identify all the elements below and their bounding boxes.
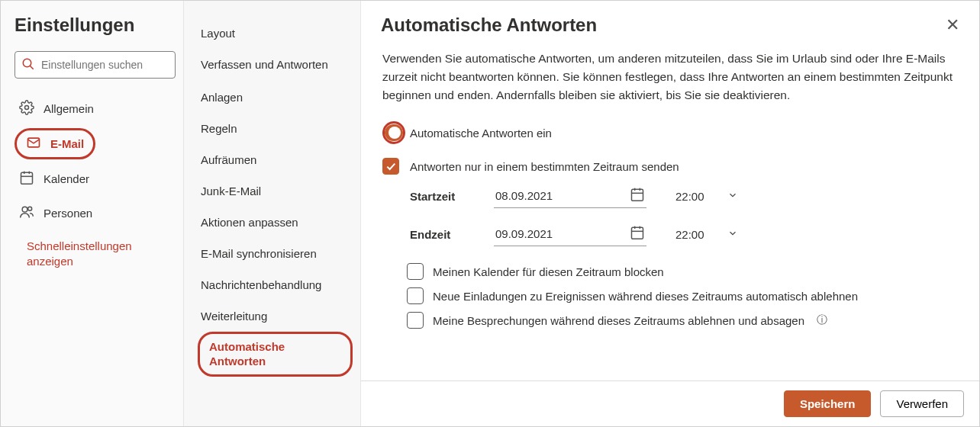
svg-rect-10 (632, 189, 643, 201)
start-time-dropdown[interactable]: 22:00 (675, 190, 738, 203)
svg-point-8 (22, 207, 27, 212)
people-icon (19, 204, 34, 222)
end-time-dropdown[interactable]: 22:00 (675, 228, 738, 241)
category-general-label: Allgemein (44, 102, 94, 115)
autoreply-toggle[interactable] (385, 124, 403, 141)
decline-new-label: Neue Einladungen zu Ereignissen während … (433, 290, 858, 303)
quick-settings-link[interactable]: Schnelleinstellungen anzeigen (15, 233, 176, 274)
end-row: Endzeit 09.09.2021 22:00 (410, 222, 958, 246)
svg-point-2 (25, 106, 29, 110)
category-email[interactable]: E-Mail (15, 128, 95, 159)
subnav-customize-actions[interactable]: Aktionen anpassen (198, 207, 353, 238)
svg-line-1 (30, 66, 34, 69)
chevron-down-icon (727, 190, 738, 203)
start-date-value: 08.09.2021 (495, 189, 553, 202)
chevron-down-icon (727, 228, 738, 241)
timerange-option: Antworten nur in einem bestimmten Zeitra… (382, 158, 958, 175)
settings-content: Automatische Antworten ✕ Verwenden Sie a… (361, 1, 979, 426)
start-time-value: 22:00 (675, 190, 704, 203)
subnav-message-handling[interactable]: Nachrichtenbehandlung (198, 269, 353, 300)
content-body: Verwenden Sie automatische Antworten, um… (361, 40, 979, 426)
content-header: Automatische Antworten ✕ (361, 1, 979, 40)
subnav-junk[interactable]: Junk-E-Mail (198, 175, 353, 207)
close-icon: ✕ (946, 15, 959, 34)
start-date-field[interactable]: 08.09.2021 (494, 184, 646, 208)
mail-icon (26, 135, 41, 152)
search-icon (21, 57, 35, 73)
discard-button[interactable]: Verwerfen (880, 390, 964, 417)
time-range-block: Startzeit 08.09.2021 22:00 (410, 184, 958, 246)
category-people[interactable]: Personen (15, 198, 176, 228)
svg-point-0 (23, 59, 31, 67)
annotation-ring (382, 121, 405, 144)
subnav-sweep[interactable]: Aufräumen (198, 144, 353, 175)
autoreply-toggle-label: Automatische Antworten ein (410, 127, 552, 140)
info-icon[interactable]: ⓘ (817, 313, 827, 327)
subnav-layout[interactable]: Layout (198, 18, 353, 49)
block-calendar-option: Meinen Kalender für diesen Zeitraum bloc… (407, 263, 958, 280)
content-footer: Speichern Verwerfen (361, 380, 979, 426)
subnav-forwarding[interactable]: Weiterleitung (198, 300, 353, 332)
subnav-automatic-replies[interactable]: Automatische Antworten (198, 332, 353, 377)
svg-rect-14 (632, 227, 643, 239)
category-people-label: Personen (44, 207, 92, 220)
calendar-picker-icon[interactable] (630, 187, 645, 204)
end-label: Endzeit (410, 228, 479, 241)
cancel-meetings-option: Meine Besprechungen während dieses Zeitr… (407, 312, 958, 329)
start-row: Startzeit 08.09.2021 22:00 (410, 184, 958, 208)
settings-search-input[interactable] (41, 59, 175, 71)
decline-new-option: Neue Einladungen zu Ereignissen während … (407, 287, 958, 304)
end-time-value: 22:00 (675, 228, 704, 241)
category-general[interactable]: Allgemein (15, 94, 176, 124)
intro-text: Verwenden Sie automatische Antworten, um… (382, 50, 958, 104)
start-label: Startzeit (410, 190, 479, 203)
cancel-meetings-label: Meine Besprechungen während dieses Zeitr… (433, 314, 804, 327)
category-calendar[interactable]: Kalender (15, 164, 176, 194)
calendar-icon (19, 170, 34, 188)
timerange-label: Antworten nur in einem bestimmten Zeitra… (410, 160, 679, 173)
category-email-label: E-Mail (50, 137, 84, 150)
close-button[interactable]: ✕ (946, 15, 959, 35)
settings-title: Einstellungen (15, 14, 176, 36)
timerange-checkbox[interactable] (382, 158, 399, 175)
settings-panel: Einstellungen Allgemein E-Mail (1, 1, 979, 426)
autoreply-toggle-row: Automatische Antworten ein (382, 121, 958, 144)
category-calendar-label: Kalender (44, 172, 89, 185)
subnav-attachments[interactable]: Anlagen (198, 82, 353, 113)
settings-search[interactable] (15, 51, 176, 79)
end-date-field[interactable]: 09.09.2021 (494, 222, 646, 246)
block-calendar-checkbox[interactable] (407, 263, 424, 280)
settings-sidebar-primary: Einstellungen Allgemein E-Mail (1, 1, 184, 426)
subnav-rules[interactable]: Regeln (198, 113, 353, 144)
subnav-compose-reply[interactable]: Verfassen und Antworten (198, 49, 353, 82)
cancel-meetings-checkbox[interactable] (407, 312, 424, 329)
block-calendar-label: Meinen Kalender für diesen Zeitraum bloc… (433, 265, 664, 278)
settings-sidebar-secondary: Layout Verfassen und Antworten Anlagen R… (184, 1, 361, 426)
content-title: Automatische Antworten (381, 14, 597, 36)
calendar-picker-icon[interactable] (630, 225, 645, 242)
subnav-sync-email[interactable]: E-Mail synchronisieren (198, 238, 353, 269)
end-date-value: 09.09.2021 (495, 227, 553, 240)
gear-icon (19, 100, 34, 117)
save-button[interactable]: Speichern (784, 390, 872, 417)
decline-new-checkbox[interactable] (407, 287, 424, 304)
svg-point-9 (28, 207, 32, 210)
svg-rect-4 (21, 172, 33, 184)
